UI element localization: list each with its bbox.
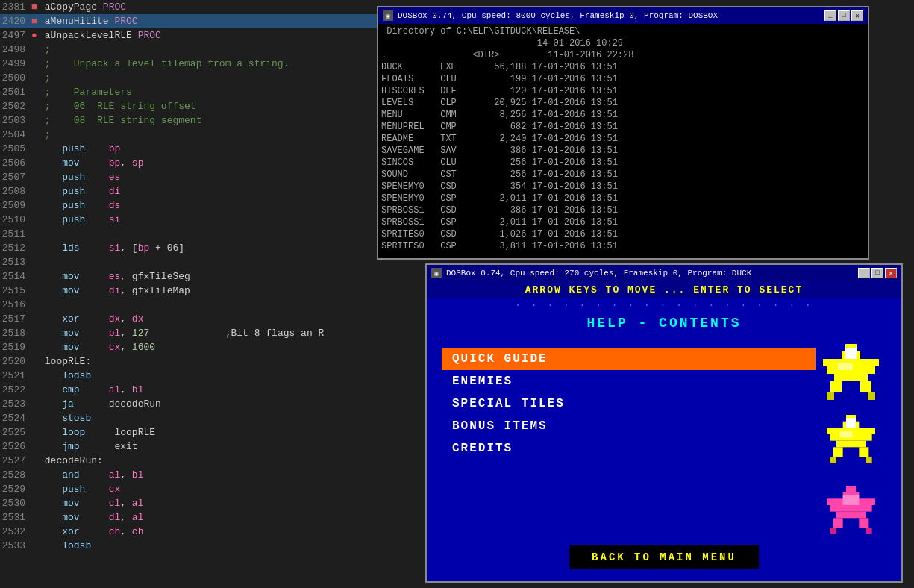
dosbox1-close[interactable]: ✕ [851, 10, 863, 21]
line-number: 2420 [0, 14, 31, 28]
dosbox1-title: DOSBox 0.74, Cpu speed: 8000 cycles, Fra… [398, 11, 824, 20]
code-line: 2508 push di [0, 184, 429, 198]
line-content: loopRLE: [39, 354, 91, 369]
line-indicator [31, 454, 39, 468]
code-line: 2512 lds si, [bp + 06] [0, 241, 429, 255]
dos-file-line: SAVEGAME SAV 386 17-01-2016 13:51 [381, 145, 865, 157]
line-indicator [31, 43, 39, 57]
line-content: aUnpackLevelRLE PROC [39, 28, 161, 43]
line-content: mov bp, sp [39, 156, 143, 170]
line-number: 2511 [0, 227, 31, 241]
line-indicator [31, 99, 39, 113]
dosbox2-maximize[interactable]: □ [871, 268, 883, 278]
svg-rect-16 [833, 447, 843, 457]
line-content: jmp exit [39, 440, 138, 454]
dos-file-line: 14-01-2016 10:29 [381, 37, 865, 49]
line-indicator [31, 425, 39, 440]
svg-rect-31 [843, 495, 860, 505]
game-menu-item[interactable]: ENEMIES [442, 370, 816, 392]
line-number: 2500 [0, 71, 31, 85]
line-number: 2502 [0, 99, 31, 113]
game-menu-items: QUICK GUIDEENEMIESSPECIAL TILESBONUS ITE… [442, 348, 816, 460]
line-indicator: ■ [31, 14, 39, 28]
dosbox1-titlebar: ▣ DOSBox 0.74, Cpu speed: 8000 cycles, F… [378, 7, 868, 24]
line-indicator [31, 241, 39, 255]
line-indicator [31, 142, 39, 156]
back-to-main-button[interactable]: BACK TO MAIN MENU [569, 545, 759, 569]
line-indicator [31, 298, 39, 312]
line-number: 2520 [0, 354, 31, 369]
code-line: 2507 push es [0, 170, 429, 184]
dos-file-line: SOUND CST 256 17-01-2016 13:51 [381, 169, 865, 181]
code-line: 2525 loop loopRLE [0, 425, 429, 440]
line-content: xor dx, dx [39, 312, 143, 326]
line-indicator [31, 85, 39, 99]
line-number: 2519 [0, 340, 31, 354]
line-indicator [31, 156, 39, 170]
code-line: 2532 xor ch, ch [0, 525, 429, 539]
dosbox2-controls[interactable]: _ □ ✕ [858, 268, 897, 278]
code-line: 2529 push cx [0, 482, 429, 496]
line-number: 2517 [0, 312, 31, 326]
dosbox2-minimize[interactable]: _ [858, 268, 870, 278]
line-indicator [31, 383, 39, 397]
dosbox1-controls[interactable]: _ □ ✕ [824, 10, 863, 21]
line-number: 2507 [0, 170, 31, 184]
dosbox2-titlebar: ▣ DOSBox 0.74, Cpu speed: 270 cycles, Fr… [427, 265, 901, 281]
line-content: mov dl, al [39, 510, 143, 525]
line-indicator [31, 440, 39, 454]
line-indicator [31, 340, 39, 354]
svg-rect-21 [839, 431, 852, 438]
game-menu-item[interactable]: CREDITS [442, 437, 816, 460]
dosbox1-maximize[interactable]: □ [838, 10, 850, 21]
line-content: ; 08 RLE string segment [39, 113, 201, 128]
dosbox2-close[interactable]: ✕ [885, 268, 897, 278]
game-menu-item[interactable]: QUICK GUIDE [442, 348, 816, 370]
line-content: cmp al, bl [39, 383, 143, 397]
dosbox1-minimize[interactable]: _ [824, 10, 836, 21]
line-indicator [31, 227, 39, 241]
line-content: loop loopRLE [39, 425, 155, 440]
line-content: lodsb [39, 539, 91, 553]
dos-file-line: SPRBOSS1 CSD 386 17-01-2016 13:51 [381, 204, 865, 216]
line-number: 2533 [0, 539, 31, 553]
line-content: decodeRun: [39, 454, 103, 468]
code-line: 2503 ; 08 RLE string segment [0, 113, 429, 128]
line-number: 2508 [0, 184, 31, 198]
line-indicator [31, 312, 39, 326]
code-line: 2514 mov es, gfxTileSeg [0, 269, 429, 284]
dos-file-line: SPENEMY0 CSD 354 17-01-2016 13:51 [381, 181, 865, 193]
line-number: 2526 [0, 440, 31, 454]
code-line: 2533 lodsb [0, 539, 429, 553]
star-pink [827, 486, 875, 534]
code-line: 2509 push ds [0, 198, 429, 213]
line-content: mov bl, 127 ;Bit 8 flags an R [39, 326, 324, 340]
code-line: 2510 push si [0, 213, 429, 227]
code-line: 2513 [0, 255, 429, 269]
line-indicator [31, 269, 39, 284]
line-content: push si [39, 213, 120, 227]
line-number: 2518 [0, 326, 31, 340]
line-number: 2497 [0, 28, 31, 43]
svg-rect-29 [830, 528, 836, 534]
game-menu-area: QUICK GUIDEENEMIESSPECIAL TILESBONUS ITE… [427, 337, 901, 542]
line-indicator [31, 255, 39, 269]
line-indicator [31, 496, 39, 510]
line-indicator [31, 128, 39, 142]
dos-file-line: README TXT 2,240 17-01-2016 13:51 [381, 133, 865, 145]
dosbox-game[interactable]: ▣ DOSBox 0.74, Cpu speed: 270 cycles, Fr… [425, 263, 903, 583]
line-number: 2523 [0, 397, 31, 411]
line-content: aCopyPage PROC [39, 0, 126, 14]
dosbox-file-browser[interactable]: ▣ DOSBox 0.74, Cpu speed: 8000 cycles, F… [377, 6, 869, 260]
game-menu-item[interactable]: BONUS ITEMS [442, 415, 816, 437]
game-menu-item[interactable]: SPECIAL TILES [442, 392, 816, 415]
line-content: ja decodeRun [39, 397, 161, 411]
line-number: 2530 [0, 496, 31, 510]
line-content: push cx [39, 482, 120, 496]
line-number: 2516 [0, 298, 31, 312]
line-content: aMenuHiLite PROC [39, 14, 138, 28]
line-number: 2504 [0, 128, 31, 142]
svg-rect-10 [838, 363, 853, 370]
line-indicator [31, 198, 39, 213]
line-content: xor ch, ch [39, 525, 143, 539]
